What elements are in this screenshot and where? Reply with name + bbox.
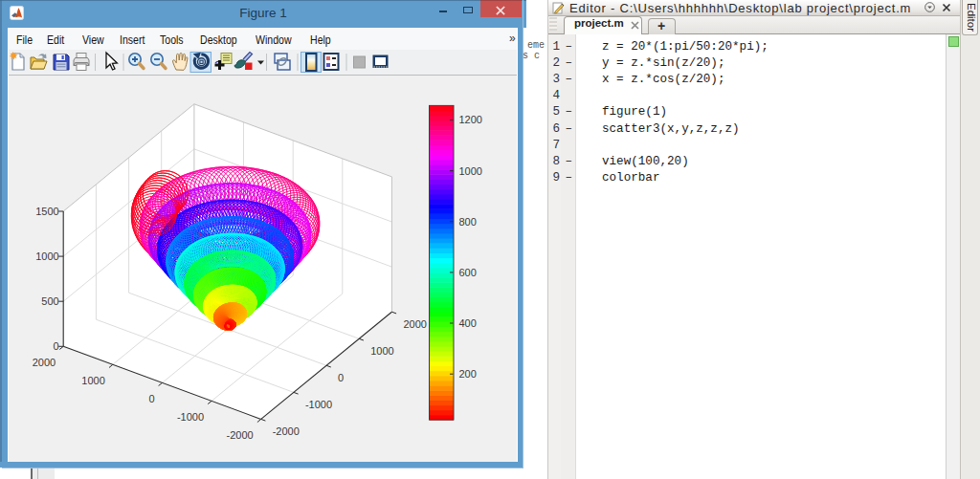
svg-text:800: 800	[459, 216, 477, 228]
svg-text:0: 0	[54, 340, 59, 352]
svg-text:1500: 1500	[35, 206, 58, 217]
svg-text:1000: 1000	[35, 250, 58, 262]
svg-text:2000: 2000	[403, 318, 426, 330]
svg-text:-1000: -1000	[177, 411, 204, 423]
svg-text:2000: 2000	[33, 357, 56, 368]
svg-text:0: 0	[148, 393, 154, 404]
svg-text:1000: 1000	[81, 375, 104, 386]
svg-text:-2000: -2000	[227, 429, 254, 441]
svg-text:1000: 1000	[370, 345, 393, 357]
svg-text:400: 400	[459, 317, 477, 329]
svg-text:200: 200	[459, 368, 477, 380]
svg-text:500: 500	[41, 295, 58, 307]
svg-text:1200: 1200	[459, 114, 482, 125]
svg-text:600: 600	[459, 267, 477, 278]
svg-text:1000: 1000	[459, 165, 482, 177]
svg-text:0: 0	[338, 372, 344, 383]
svg-text:-1000: -1000	[305, 399, 332, 410]
svg-text:-2000: -2000	[273, 425, 300, 437]
